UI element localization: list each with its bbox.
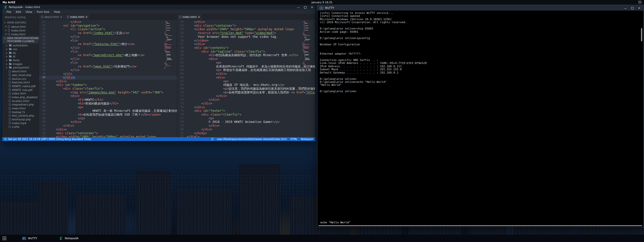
code-line[interactable]: 59 <div id="tagline" class="clearfix"> bbox=[177, 50, 315, 54]
code-line[interactable]: 37 </div> bbox=[39, 76, 177, 80]
tree-file[interactable]: HKWTC notice.pdf bbox=[2, 84, 39, 88]
tree-file[interactable]: index.php_disabled bbox=[2, 95, 39, 99]
code-line[interactable]: 49 </div> bbox=[39, 120, 177, 124]
code-line[interactable]: 38 </div> bbox=[39, 80, 177, 83]
maximize-button[interactable] bbox=[631, 7, 634, 10]
open-editor-item[interactable]: ×index.html bbox=[2, 32, 39, 36]
tree-file[interactable]: features.html bbox=[2, 81, 39, 84]
tree-file[interactable]: test_sockets.php bbox=[2, 114, 39, 118]
tree-root-folder[interactable]: ▾ USER:/DESKTOP/SCREENSHOT /TEST/WWW CLE… bbox=[2, 36, 39, 44]
code-line[interactable]: 53 <video width="100%" height="500px" au… bbox=[177, 27, 315, 31]
open-editors-section[interactable]: ▾ OPEN EDITORS bbox=[2, 21, 39, 25]
tab-index.html[interactable]: index.html× bbox=[177, 14, 202, 19]
tree-folder[interactable]: ▸css bbox=[2, 47, 39, 51]
tree-folder[interactable]: ▸images bbox=[2, 62, 39, 66]
tab-index.html[interactable]: index.html× bbox=[65, 14, 90, 19]
code-line[interactable]: 68 伺服器 IP 地址為： mcs.hkwtc.org</p> bbox=[177, 83, 315, 87]
code-line[interactable]: 77 <p> bbox=[177, 117, 315, 120]
code-line[interactable]: 30 <li> bbox=[39, 50, 177, 54]
code-line[interactable]: 78 © 2018 - 2019 HKWTC Animation Gamer</… bbox=[177, 120, 315, 124]
code-line[interactable]: 65 </div> bbox=[177, 72, 315, 76]
code-line[interactable]: 81 </body> bbox=[177, 131, 315, 135]
wstty-titlebar[interactable]: WsTTY × bbox=[317, 5, 643, 11]
menu-font-size[interactable]: Font Size bbox=[35, 10, 52, 14]
code-line[interactable]: 51 </div> bbox=[177, 20, 315, 24]
code-line[interactable]: 36 </ul> bbox=[39, 72, 177, 76]
tree-file[interactable]: favicon.ico bbox=[2, 77, 39, 81]
code-line[interactable]: 55 Your browser does not support the vid… bbox=[177, 35, 315, 39]
code-line[interactable]: 50 </div> bbox=[39, 124, 177, 128]
tree-file[interactable]: news.html bbox=[2, 107, 39, 110]
code-line[interactable]: 22 </div> bbox=[39, 20, 177, 24]
close-icon[interactable]: × bbox=[85, 16, 87, 18]
close-icon[interactable]: × bbox=[5, 29, 7, 32]
code-line[interactable]: 29 </li> bbox=[39, 46, 177, 50]
code-line[interactable]: 39 <div id="topbox"> bbox=[39, 83, 177, 87]
code-line[interactable]: 61 <div> bbox=[177, 57, 315, 61]
notepada-titlebar[interactable]: NotepadA - index.html × bbox=[2, 5, 315, 10]
code-line[interactable]: 47 <b>你知道我們全線伺服器已轉用 SSD 了嗎？</b></span> bbox=[39, 113, 177, 117]
statusbar-language[interactable]: HTML bbox=[290, 138, 297, 141]
start-button[interactable] bbox=[2, 236, 7, 240]
code-line[interactable]: 41 <img src="images/box.png" height="342… bbox=[39, 91, 177, 94]
close-icon[interactable]: × bbox=[5, 33, 7, 36]
code-line[interactable]: 63 在香港的Minecraft 伺服器中，多為小遊戲和純生存的伺服器，較少擁有 bbox=[177, 65, 315, 68]
code-line[interactable]: 31 <a href="mapredirect.php">網上地圖</a> bbox=[39, 53, 177, 57]
code-line[interactable]: 44 <h2>香港的建築伺服器</h2> bbox=[39, 102, 177, 106]
code-line[interactable]: 71 </div> bbox=[177, 94, 315, 98]
tree-file[interactable]: location.html bbox=[2, 99, 39, 103]
menu-edit[interactable]: Edit bbox=[13, 10, 23, 14]
minimize-button[interactable] bbox=[297, 6, 300, 9]
code-line[interactable]: 60 <h1>特別為建築及鐵路而設，現代化的 Minecraft 世界.</h1… bbox=[177, 53, 315, 57]
code-line[interactable]: 67 <p> bbox=[177, 80, 315, 83]
close-icon[interactable]: × bbox=[198, 16, 200, 18]
code-line[interactable]: 74 </div> bbox=[177, 106, 315, 109]
code-line[interactable]: 73 </div> bbox=[177, 102, 315, 106]
code-line[interactable]: 56 </video> bbox=[177, 39, 315, 43]
code-line[interactable]: 48 </p> bbox=[39, 117, 177, 120]
code-line[interactable]: 80 </div> bbox=[177, 128, 315, 131]
close-icon[interactable]: × bbox=[60, 16, 62, 18]
code-line[interactable]: 27 <li> bbox=[39, 39, 177, 43]
code-line[interactable]: 43 <h1>HKWTC</h1> bbox=[39, 98, 177, 102]
tree-file[interactable]: trailer.mp4 bbox=[2, 121, 39, 125]
tree-file[interactable]: testmysql.php bbox=[2, 118, 39, 121]
minimap-2[interactable] bbox=[302, 21, 313, 69]
tree-file[interactable]: mapredirect.php bbox=[2, 103, 39, 107]
code-line[interactable]: 51 </div> bbox=[39, 128, 177, 131]
tree-file[interactable]: about.html bbox=[2, 70, 39, 73]
code-line[interactable]: 58 <div id="contents"> bbox=[177, 46, 315, 50]
tree-folder[interactable]: ▸autostation bbox=[2, 44, 39, 47]
code-line[interactable]: 35 </li> bbox=[39, 68, 177, 72]
code-line[interactable]: 72 </div> bbox=[177, 98, 315, 102]
code-line[interactable]: 82</html> bbox=[177, 135, 315, 137]
maximize-button[interactable] bbox=[304, 6, 307, 9]
menu-file[interactable]: File bbox=[4, 10, 13, 14]
code-editor-2[interactable]: 51 </div>52 <div class="container">53 <v… bbox=[177, 20, 315, 137]
code-line[interactable]: 45 <p> bbox=[39, 106, 177, 109]
terminal-output[interactable]: [info] Conencting to arozos WsTTY servic… bbox=[317, 11, 643, 220]
tree-folder[interactable]: ▸dc bbox=[2, 51, 39, 55]
terminal-input[interactable]: echo "Hello World" bbox=[319, 220, 642, 226]
hamburger-menu-icon[interactable] bbox=[638, 1, 641, 3]
menu-view[interactable]: View bbox=[23, 10, 35, 14]
tree-folder[interactable]: ▸fonts bbox=[2, 58, 39, 62]
tree-folder[interactable]: ▸yamlyamlml bbox=[2, 66, 39, 70]
tree-file[interactable]: add_vhost.php bbox=[2, 73, 39, 77]
code-line[interactable]: 52 <div class="container"> bbox=[177, 24, 315, 28]
code-line[interactable]: 42 <div> bbox=[39, 94, 177, 98]
code-line[interactable]: 34 <a href="news.html">玩家傳送門</a> bbox=[39, 65, 177, 68]
tree-file[interactable]: index.html bbox=[2, 92, 39, 95]
code-line[interactable]: 69 <p>請注意，我們的伺服器為確保玩家及遊玩時的質素，我們對的服務開放 bbox=[177, 87, 315, 91]
code-line[interactable]: 53 <video width="100%" height="500px" au… bbox=[39, 135, 177, 137]
tree-file[interactable]: teabag.7z bbox=[2, 110, 39, 114]
code-line[interactable]: 75 <div id="footer"> bbox=[177, 109, 315, 113]
open-editor-item[interactable]: ×about.html bbox=[2, 25, 39, 28]
open-editor-item[interactable]: ×index.html bbox=[2, 28, 39, 32]
code-line[interactable]: 33 <li> bbox=[39, 61, 177, 65]
code-line[interactable]: 54 <source src="trailer.mp4" type="video… bbox=[177, 31, 315, 35]
code-line[interactable]: 46 HKWTC 是一個 Minecraft 的建築伺服器，主要建築計劃包括鐵路 bbox=[39, 109, 177, 113]
tree-folder[interactable]: ▸dl bbox=[2, 55, 39, 58]
terminal-scrollbar[interactable] bbox=[641, 11, 643, 219]
code-line[interactable]: 24 <li class="active"> bbox=[39, 27, 177, 31]
